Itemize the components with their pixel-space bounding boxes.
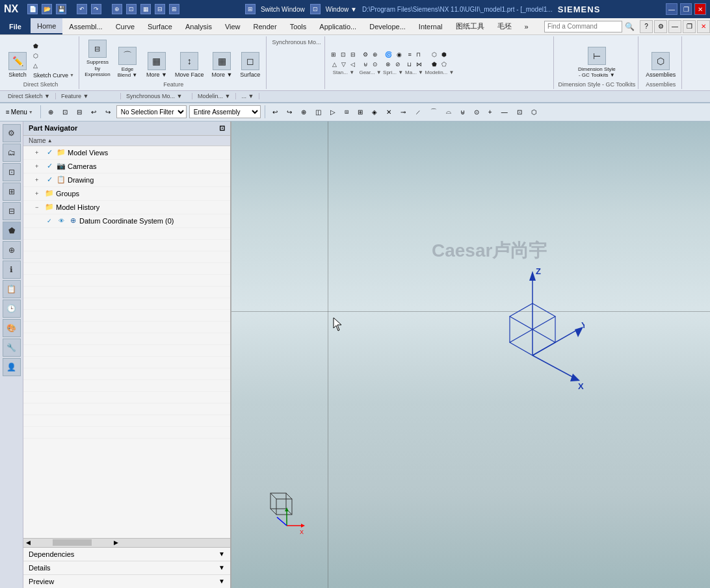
tb2-view-icon10[interactable]: ⊸: [397, 107, 409, 117]
details-panel[interactable]: Details ▼: [23, 561, 230, 575]
geo-btn2[interactable]: ⊡: [339, 50, 348, 59]
tb2-icon3[interactable]: ⊟: [73, 107, 85, 117]
geo-btn20[interactable]: ⬢: [440, 50, 449, 59]
menu-developer[interactable]: Develope...: [363, 18, 412, 34]
tb2-view-icon3[interactable]: ⊕: [298, 107, 309, 117]
geo-btn15[interactable]: ≡: [406, 50, 413, 59]
tb2-icon4[interactable]: ↩: [88, 107, 99, 117]
scroll-right-arrow[interactable]: ▶: [111, 539, 121, 546]
new-file-icon[interactable]: 📄: [27, 4, 38, 14]
extra-icon3[interactable]: ▦: [140, 4, 151, 14]
menu-render[interactable]: Render: [247, 18, 283, 34]
tree-row-groups[interactable]: + 📁 Groups: [23, 187, 230, 201]
geo-btn1[interactable]: ⊞: [329, 50, 338, 59]
model-history-toggle[interactable]: −: [35, 204, 43, 211]
extra-icon2[interactable]: ⊡: [126, 4, 137, 14]
help-icon[interactable]: ?: [640, 20, 653, 33]
suppress-by-expression-button[interactable]: ⊟ Suppress by Expression: [83, 38, 112, 80]
geo-btn16[interactable]: ⊓: [414, 50, 423, 59]
tb2-view-icon17[interactable]: —: [498, 107, 511, 117]
window-dropdown-icon[interactable]: ⊡: [310, 4, 321, 14]
tb2-view-icon1[interactable]: ↩: [269, 107, 281, 117]
geo-btn11[interactable]: 🌀: [383, 50, 394, 59]
tb2-view-icon14[interactable]: ⊎: [457, 107, 468, 117]
tree-row-model-views[interactable]: + ✓ 📁 Model Views: [23, 146, 230, 160]
geo-btn19[interactable]: ⬡: [430, 50, 439, 59]
geo-btn12[interactable]: ◉: [395, 50, 404, 59]
geo-btn5[interactable]: ▽: [339, 60, 348, 69]
extra-icon1[interactable]: ⊕: [112, 4, 122, 14]
tree-row-cameras[interactable]: + ✓ 📷 Cameras: [23, 160, 230, 173]
save-file-icon[interactable]: 💾: [56, 4, 66, 14]
menu-tools[interactable]: Tools: [283, 18, 313, 34]
surface-button[interactable]: ◻ Surface: [237, 50, 263, 80]
menu-surface[interactable]: Surface: [141, 18, 179, 34]
geo-btn4[interactable]: △: [330, 60, 339, 69]
menu-application[interactable]: Applicatio...: [313, 18, 363, 34]
tb2-view-icon13[interactable]: ⌓: [443, 107, 454, 117]
close-button[interactable]: ✕: [694, 3, 706, 15]
settings-icon[interactable]: ⚙: [654, 20, 667, 33]
sidebar-nav-icon11[interactable]: 🔧: [3, 339, 21, 357]
sidebar-nav-icon2[interactable]: ⊡: [3, 163, 21, 181]
open-file-icon[interactable]: 📂: [42, 4, 52, 14]
menu-home[interactable]: Home: [31, 18, 62, 34]
tb2-view-icon15[interactable]: ⊙: [471, 107, 482, 117]
more-feature-button2[interactable]: ▦ More ▼: [208, 50, 235, 80]
switch-window-label[interactable]: Switch Window: [261, 6, 305, 13]
sketch-curve-btn1[interactable]: ⬟: [31, 42, 76, 51]
sidebar-nav-icon12[interactable]: 👤: [3, 358, 21, 376]
sketch-curve-btn3[interactable]: △: [31, 61, 76, 70]
part-navigator-expand-icon[interactable]: ⊡: [219, 124, 225, 133]
menu-view[interactable]: View: [218, 18, 247, 34]
tb2-view-icon11[interactable]: ⟋: [412, 107, 425, 117]
geo-btn9[interactable]: ⊎: [362, 60, 370, 69]
edge-blend-button[interactable]: ⌒ Edge Blend ▼: [113, 45, 142, 80]
menu-button[interactable]: ≡ Menu ▼: [3, 107, 36, 117]
menu-drawing-tools[interactable]: 图纸工具: [449, 18, 491, 34]
window-restore-icon[interactable]: ❐: [683, 20, 696, 33]
more-feature-button1[interactable]: ▦ More ▼: [143, 50, 170, 80]
file-menu[interactable]: File: [0, 18, 31, 34]
geo-btn21[interactable]: ⬟: [430, 60, 439, 69]
groups-toggle[interactable]: +: [35, 190, 43, 197]
switch-window-icon[interactable]: ⊞: [245, 4, 256, 14]
window-label[interactable]: Window ▼: [326, 6, 357, 13]
sidebar-nav-icon3[interactable]: ⊞: [3, 183, 21, 201]
tb2-view-icon6[interactable]: ⧇: [341, 107, 352, 117]
geo-btn22[interactable]: ⬠: [440, 60, 449, 69]
tb2-icon1[interactable]: ⊕: [45, 107, 57, 117]
tb2-view-icon7[interactable]: ⊞: [354, 107, 366, 117]
tb2-icon5[interactable]: ↪: [102, 107, 114, 117]
tree-row-datum-coord[interactable]: ✓ 👁 ⊕ Datum Coordinate System (0): [23, 214, 230, 228]
sidebar-nav-icon4[interactable]: ⊟: [3, 202, 21, 220]
sidebar-nav-icon7[interactable]: ℹ: [3, 261, 21, 279]
menu-assembly[interactable]: Assembl...: [62, 18, 109, 34]
search-icon[interactable]: 🔍: [625, 22, 635, 31]
dimension-style-button[interactable]: ⊢ Dimension Style- GC Toolkits ▼: [575, 45, 619, 80]
geo-btn7[interactable]: ⚙: [361, 50, 370, 59]
geo-btn8[interactable]: ⊕: [371, 50, 380, 59]
assembly-scope[interactable]: Entire Assembly: [189, 105, 261, 118]
tb2-view-icon12[interactable]: ⌒: [427, 106, 440, 118]
tree-row-model-history[interactable]: − 📁 Model History: [23, 201, 230, 214]
nav-horizontal-scroll[interactable]: ◀ ▶: [23, 538, 230, 547]
sidebar-nav-icon8[interactable]: 📋: [3, 280, 21, 298]
name-sort-icon[interactable]: ▲: [47, 138, 53, 144]
tb2-view-icon5[interactable]: ▷: [327, 107, 339, 117]
geo-btn17[interactable]: ⊔: [405, 60, 414, 69]
cameras-toggle[interactable]: +: [35, 163, 43, 170]
geo-btn18[interactable]: ⋈: [414, 60, 424, 69]
sidebar-nav-icon10[interactable]: 🎨: [3, 319, 21, 337]
undo-icon[interactable]: ↶: [77, 4, 87, 14]
tb2-view-icon19[interactable]: ⬡: [528, 107, 540, 117]
move-face-button[interactable]: ↕ Move Face: [172, 50, 207, 80]
sketch-curve-btn2[interactable]: ⬡: [31, 51, 76, 60]
scroll-left-arrow[interactable]: ◀: [23, 539, 33, 546]
restore-button[interactable]: ❐: [680, 3, 692, 15]
menu-blank[interactable]: 毛坯: [491, 18, 518, 34]
geo-btn6[interactable]: ◁: [348, 60, 357, 69]
menu-internal[interactable]: Internal: [412, 18, 449, 34]
tb2-view-icon2[interactable]: ↪: [283, 107, 295, 117]
selection-filter[interactable]: No Selection Filter: [116, 105, 187, 118]
